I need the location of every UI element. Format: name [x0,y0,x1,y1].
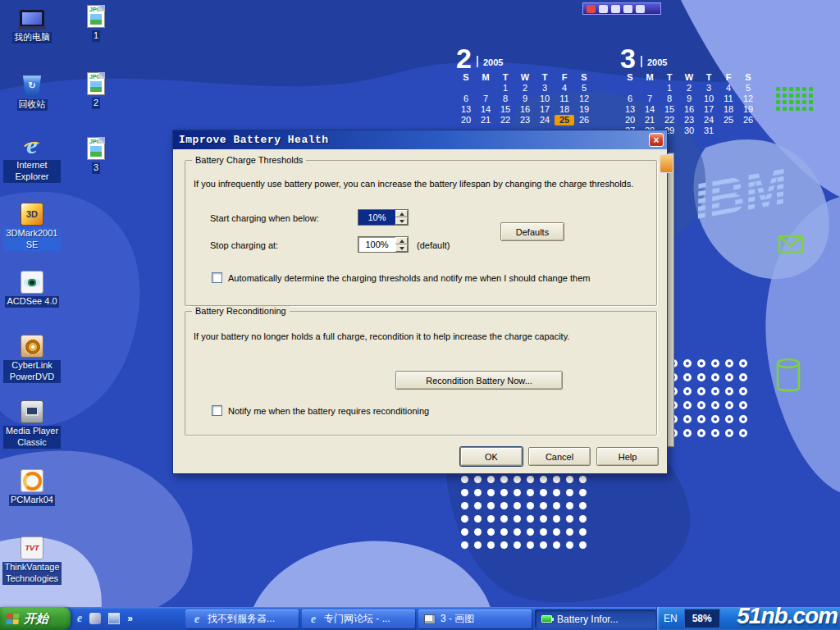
reconditioning-group: Battery Reconditioning If your battery n… [185,311,657,436]
tray-battery-percent[interactable]: 58% [684,609,720,628]
media-player-classic-icon [21,397,43,423]
wallpaper-dot-grid [669,359,753,443]
quick-launch: e » [77,607,133,630]
reconditioning-group-title: Battery Reconditioning [192,306,290,316]
powerdvd-icon [21,331,43,358]
dialog-titlebar[interactable]: Improve Battery Health × [173,130,667,149]
desktop-icon-label: 回收站 [17,99,48,111]
desktop-icon-label: Internet Explorer [3,160,61,183]
thresholds-group: Battery Charge Thresholds If you infrequ… [185,160,657,306]
internet-explorer-icon: e [26,131,37,158]
ime-symbol-icon[interactable] [623,5,632,13]
wallpaper-calendar-february: 22005SMTWTFS1234567891011121314151617181… [456,41,594,126]
desktop-icon-label: 我的电脑 [12,32,52,43]
windows-logo-icon [6,614,19,624]
internet-explorer-icon: e [190,614,203,625]
internet-explorer-icon: e [307,614,320,625]
desktop-icon-c1-7[interactable]: PCMark04 [3,466,61,506]
desktop-icon-c2-2[interactable]: 3 [75,134,116,174]
task-label: Battery Infor... [557,614,619,625]
wallpaper-calendar-march: 32005SMTWTFS1234567891011121314151617181… [620,41,758,136]
stop-threshold-spinner[interactable]: 100% [358,236,409,253]
task-label: 3 - 画图 [441,612,474,626]
spinner-down-icon[interactable] [395,244,408,252]
stop-threshold-value[interactable]: 100% [358,237,395,252]
battery-icon [540,615,553,623]
spinner-up-icon[interactable] [395,210,408,217]
desktop-icon-label: ACDSee 4.0 [5,296,58,308]
thinkvantage-icon: TVT [21,533,43,559]
language-indicator[interactable]: EN [664,613,678,624]
taskbar-task-1[interactable]: e专门网论坛 - ... [302,609,415,628]
start-threshold-spinner[interactable]: 10% [358,209,409,226]
jpg-file-icon [87,134,105,160]
taskbar-task-0[interactable]: e找不到服务器... [185,609,299,628]
desktop-icon-label: PCMark04 [9,495,55,506]
notify-reconditioning-checkbox[interactable] [212,405,222,416]
desktop-icon-c1-4[interactable]: ACDSee 4.0 [3,267,61,308]
3dmark-icon: 3D [21,199,43,226]
start-threshold-value[interactable]: 10% [358,210,395,225]
desktop-icon-c1-8[interactable]: TVTThinkVantage Technologies [3,533,61,585]
start-charging-label: Start charging when below: [210,213,319,223]
stop-default-note: (default) [417,240,450,250]
watermark: 51nb.com [737,603,838,629]
desktop-icon-c1-1[interactable]: ↻回收站 [3,71,61,111]
desktop-icon-label: 1 [92,30,100,42]
thresholds-description: If you infrequently use battery power, y… [194,179,650,189]
internet-explorer-icon[interactable]: e [77,613,82,624]
wallpaper-dot-grid [776,87,815,113]
recycle-bin-icon: ↻ [23,71,41,97]
spinner-down-icon[interactable] [395,217,408,225]
recondition-battery-button[interactable]: Recondition Battery Now... [395,371,563,390]
task-label: 找不到服务器... [208,612,275,626]
spinner-up-icon[interactable] [395,237,408,244]
desktop-icon-label: 2 [92,98,100,109]
desktop-icon-c1-5[interactable]: CyberLink PowerDVD [3,331,61,383]
ok-button[interactable]: OK [460,447,523,466]
acdsee-icon [21,267,43,294]
jpg-file-icon [87,69,105,95]
desktop-icon-label: 3DMark2001 SE [3,228,61,251]
task-label: 专门网论坛 - ... [324,612,390,626]
taskbar: 开始 e » e找不到服务器...e专门网论坛 - ...3 - 画图Batte… [0,607,840,630]
desktop-icon-label: CyberLink PowerDVD [3,360,61,383]
dialog-body: Battery Charge Thresholds If you infrequ… [173,149,667,473]
ime-settings-icon[interactable] [636,5,645,13]
stop-charging-label: Stop charging at: [210,240,278,250]
desktop-icon-c1-0[interactable]: 我的电脑 [3,3,61,43]
ime-keyboard-icon[interactable] [611,5,620,13]
start-button-label: 开始 [24,611,48,627]
wallpaper-dot-grid [461,476,592,555]
improve-battery-health-dialog: Improve Battery Health × Battery Charge … [172,130,668,474]
desktop: IBM Improve Battery Health × Battery Cha… [0,0,840,630]
taskbar-task-3[interactable]: Battery Infor... [535,609,656,628]
desktop-icon-c1-6[interactable]: Media Player Classic [3,397,61,449]
media-player-icon[interactable] [89,613,101,624]
desktop-icon-c1-3[interactable]: 3D3DMark2001 SE [3,199,61,251]
thresholds-group-title: Battery Charge Thresholds [192,155,306,165]
ime-toolbar[interactable] [582,2,661,15]
dialog-title: Improve Battery Health [173,134,329,146]
defaults-button[interactable]: Defaults [500,222,564,241]
chevron-icon[interactable]: » [127,613,133,624]
start-button[interactable]: 开始 [0,607,71,630]
jpg-file-icon [87,2,105,28]
auto-determine-checkbox[interactable] [212,272,222,283]
show-desktop-icon[interactable] [108,613,120,624]
notify-reconditioning-label: Notify me when the battery requires reco… [228,406,429,416]
battery-gauge-icon [660,154,673,173]
help-button[interactable]: Help [596,447,659,466]
desktop-icon-c2-1[interactable]: 2 [75,69,116,109]
my-computer-icon [20,3,44,30]
desktop-icon-c2-0[interactable]: 1 [75,2,116,42]
taskbar-task-2[interactable]: 3 - 画图 [418,609,532,628]
ime-mode-icon[interactable] [599,5,608,13]
cancel-button[interactable]: Cancel [528,447,591,466]
reconditioning-description: If your battery no longer holds a full c… [194,331,650,341]
desktop-icon-label: 3 [92,162,100,174]
close-icon[interactable]: × [649,133,664,147]
ime-language-icon[interactable] [587,5,596,13]
desktop-icon-c1-2[interactable]: eInternet Explorer [3,131,61,183]
auto-determine-label: Automatically determine the charging thr… [228,273,590,283]
